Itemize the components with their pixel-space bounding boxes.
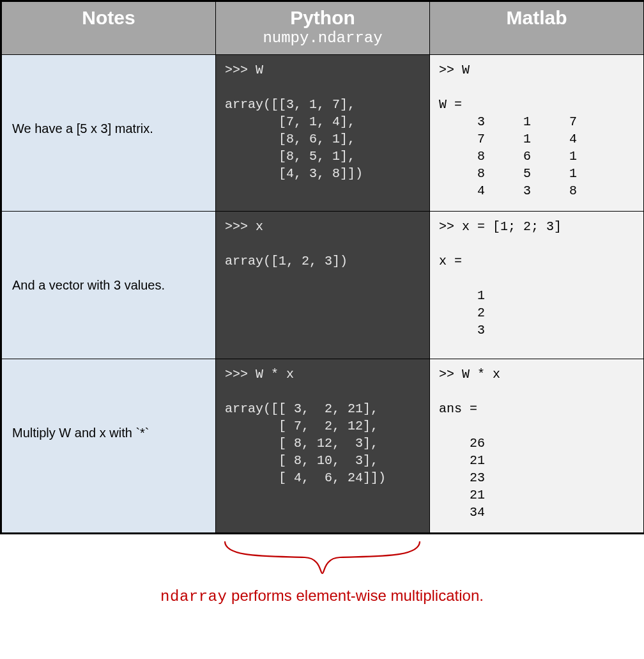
header-python: Python numpy.ndarray (216, 2, 430, 55)
annotation-area: ndarray performs element-wise multiplica… (0, 534, 644, 630)
header-matlab: Matlab (430, 2, 644, 55)
matlab-cell: >> x = [1; 2; 3] x = 1 2 3 (430, 211, 644, 359)
header-matlab-title: Matlab (434, 7, 640, 28)
curly-brace-icon (215, 538, 429, 583)
annotation-code-word: ndarray (160, 588, 227, 605)
notes-cell: We have a [5 x 3] matrix. (2, 54, 216, 211)
matlab-cell: >> W W = 3 1 7 7 1 4 8 6 1 8 5 1 4 3 8 (430, 54, 644, 211)
comparison-table-frame: Notes Python numpy.ndarray Matlab (0, 0, 644, 534)
matlab-code: >> W * x ans = 26 21 23 21 34 (439, 366, 634, 521)
annotation-text: ndarray performs element-wise multiplica… (0, 587, 644, 605)
python-code: >>> W array([[3, 1, 7], [7, 1, 4], [8, 6… (225, 61, 420, 182)
notes-text: And a vector with 3 values. (12, 277, 165, 293)
python-cell: >>> x array([1, 2, 3]) (216, 211, 430, 359)
python-cell: >>> W array([[3, 1, 7], [7, 1, 4], [8, 6… (216, 54, 430, 211)
table-row: We have a [5 x 3] matrix. >>> W array([[… (2, 54, 644, 211)
header-row: Notes Python numpy.ndarray Matlab (2, 2, 644, 55)
python-code: >>> W * x array([[ 3, 2, 21], [ 7, 2, 12… (225, 366, 420, 486)
notes-text: We have a [5 x 3] matrix. (12, 120, 153, 137)
notes-cell: And a vector with 3 values. (2, 211, 216, 359)
annotation-rest: performs element-wise multiplication. (227, 587, 483, 604)
header-python-subtitle: numpy.ndarray (220, 29, 425, 48)
header-notes: Notes (2, 2, 216, 55)
table-row: Multiply W and x with `*` >>> W * x arra… (2, 359, 644, 532)
python-code: >>> x array([1, 2, 3]) (225, 218, 420, 270)
matlab-cell: >> W * x ans = 26 21 23 21 34 (430, 359, 644, 532)
header-python-title: Python (220, 7, 425, 28)
python-cell: >>> W * x array([[ 3, 2, 21], [ 7, 2, 12… (216, 359, 430, 532)
table-row: And a vector with 3 values. >>> x array(… (2, 211, 644, 359)
matlab-code: >> x = [1; 2; 3] x = 1 2 3 (439, 218, 634, 339)
notes-text: Multiply W and x with `*` (12, 424, 150, 441)
notes-cell: Multiply W and x with `*` (2, 359, 216, 532)
comparison-table: Notes Python numpy.ndarray Matlab (1, 1, 644, 533)
matlab-code: >> W W = 3 1 7 7 1 4 8 6 1 8 5 1 4 3 8 (439, 61, 634, 199)
header-notes-title: Notes (6, 7, 211, 28)
